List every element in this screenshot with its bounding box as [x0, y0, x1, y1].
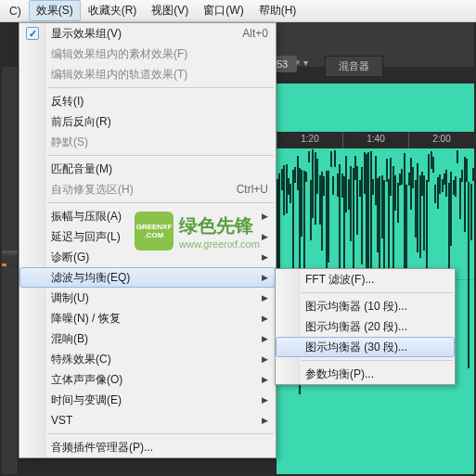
timeline-mark: 1:20 — [277, 132, 342, 148]
menu-auto-repair: 自动修复选区(H) Ctrl+U — [19, 179, 276, 199]
menu-audio-plugin-manager[interactable]: 音频插件管理器(P)... — [19, 437, 276, 457]
chevron-right-icon: ▶ — [262, 395, 268, 405]
timeline-ruler[interactable]: 1:20 1:40 2:00 — [277, 132, 474, 148]
menu-special-effects[interactable]: 特殊效果(C)▶ — [19, 349, 276, 369]
menubar-item-effects[interactable]: 效果(S) — [29, 0, 81, 21]
menu-vst[interactable]: VST▶ — [19, 410, 276, 431]
menu-match-volume[interactable]: 匹配音量(M) — [19, 159, 276, 179]
toolbar-area: 53 × ▾ 混音器 — [277, 22, 474, 67]
menu-time-pitch[interactable]: 时间与变调(E)▶ — [19, 390, 276, 410]
menu-separator — [47, 202, 274, 203]
menu-reverb[interactable]: 混响(B)▶ — [19, 328, 276, 349]
menubar-item-help[interactable]: 帮助(H) — [251, 0, 304, 21]
menubar-item-window[interactable]: 窗口(W) — [196, 0, 251, 21]
menubar-item-c[interactable]: C) — [2, 2, 29, 20]
chevron-right-icon: ▶ — [262, 232, 268, 241]
menu-modulation[interactable]: 调制(U)▶ — [19, 288, 276, 308]
track-header-strip — [2, 67, 19, 474]
menubar-item-view[interactable]: 视图(V) — [144, 0, 196, 21]
tab-controls[interactable]: × ▾ — [295, 58, 308, 68]
menu-delay-echo[interactable]: 延迟与回声(L)▶ — [19, 226, 276, 247]
timeline-mark: 2:00 — [408, 132, 474, 148]
submenu-parametric[interactable]: 参数均衡(P)... — [276, 364, 455, 384]
track-indicator — [2, 264, 18, 266]
chevron-right-icon: ▶ — [262, 334, 268, 343]
menu-separator — [47, 155, 274, 156]
submenu-graphic-30[interactable]: 图示均衡器 (30 段)... — [276, 337, 455, 357]
effects-menu: ✓ 显示效果组(V) Alt+0 编辑效果组内的素材效果(F) 编辑效果组内的轨… — [19, 22, 277, 458]
chevron-right-icon: ▶ — [262, 212, 268, 221]
menubar: C) 效果(S) 收藏夹(R) 视图(V) 窗口(W) 帮助(H) — [0, 0, 476, 22]
eq-submenu: FFT 滤波(F)... 图示均衡器 (10 段)... 图示均衡器 (20 段… — [275, 268, 456, 385]
check-icon: ✓ — [26, 27, 39, 40]
submenu-graphic-10[interactable]: 图示均衡器 (10 段)... — [276, 296, 455, 316]
menu-edit-material-effects: 编辑效果组内的素材效果(F) — [19, 44, 276, 64]
chevron-right-icon: ▶ — [262, 416, 268, 425]
menu-separator — [302, 292, 453, 293]
menu-show-effect-group[interactable]: ✓ 显示效果组(V) Alt+0 — [19, 23, 276, 44]
menu-separator — [47, 87, 274, 88]
menu-diagnosis[interactable]: 诊断(G)▶ — [19, 247, 276, 267]
menu-separator — [302, 360, 453, 361]
menu-noise-reduction[interactable]: 降噪(N) / 恢复▶ — [19, 308, 276, 328]
submenu-graphic-20[interactable]: 图示均衡器 (20 段)... — [276, 316, 455, 337]
menu-edit-track-effects: 编辑效果组内的轨道效果(T) — [19, 64, 276, 84]
track-divider — [2, 251, 18, 258]
menu-silence: 静默(S) — [19, 132, 276, 152]
chevron-right-icon: ▶ — [262, 273, 268, 282]
menu-separator — [47, 433, 274, 434]
chevron-right-icon: ▶ — [262, 354, 268, 364]
menu-stereo-image[interactable]: 立体声声像(O)▶ — [19, 369, 276, 390]
timeline-mark: 1:40 — [342, 132, 408, 148]
chevron-right-icon: ▶ — [262, 375, 268, 384]
menu-forward-backward[interactable]: 前后反向(R) — [19, 111, 276, 132]
mixer-tab[interactable]: 混音器 — [325, 56, 383, 77]
menu-amplitude[interactable]: 振幅与压限(A)▶ — [19, 206, 276, 226]
chevron-right-icon: ▶ — [262, 252, 268, 262]
submenu-fft-filter[interactable]: FFT 滤波(F)... — [276, 269, 455, 289]
menubar-item-favorites[interactable]: 收藏夹(R) — [81, 0, 145, 21]
menu-reverse[interactable]: 反转(I) — [19, 91, 276, 111]
menu-filter-eq[interactable]: 滤波与均衡(EQ)▶ — [19, 267, 276, 288]
chevron-right-icon: ▶ — [262, 293, 268, 302]
chevron-right-icon: ▶ — [262, 314, 268, 323]
